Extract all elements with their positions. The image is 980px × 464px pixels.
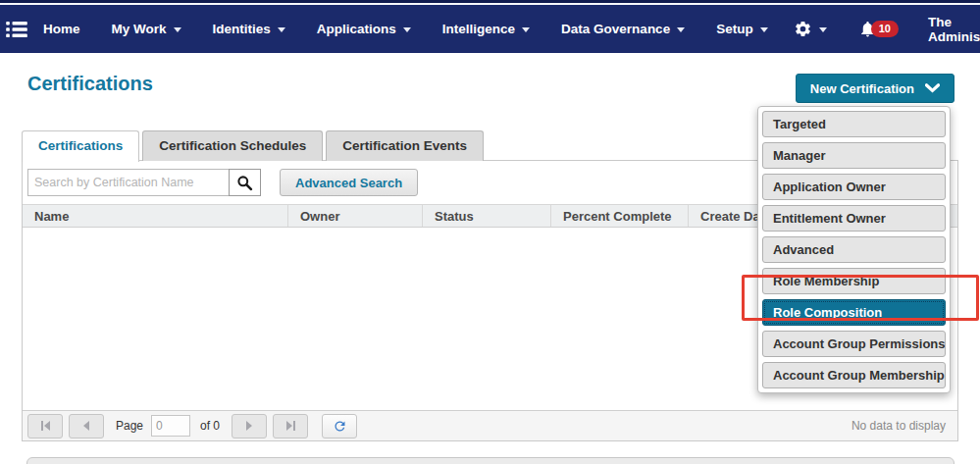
tab-certifications[interactable]: Certifications (22, 130, 139, 162)
column-header-status[interactable]: Status (422, 205, 550, 227)
column-header-name[interactable]: Name (23, 205, 287, 227)
refresh-icon (333, 419, 347, 434)
tab-certification-events[interactable]: Certification Events (326, 130, 484, 161)
menu-item-account-group-permissions[interactable]: Account Group Permissions (762, 331, 946, 357)
advanced-search-button[interactable]: Advanced Search (280, 169, 418, 196)
search-icon (236, 175, 253, 191)
menu-item-application-owner[interactable]: Application Owner (762, 174, 946, 200)
menu-item-entitlement-owner[interactable]: Entitlement Owner (762, 205, 946, 232)
nav-item-home[interactable]: Home (27, 5, 96, 53)
caret-down-icon (677, 27, 685, 32)
menu-list-icon[interactable] (6, 15, 27, 44)
next-page-icon (246, 421, 252, 431)
previous-page-button[interactable] (69, 414, 104, 438)
caret-down-icon (403, 27, 411, 32)
gear-icon (794, 20, 812, 38)
first-page-icon (41, 421, 43, 431)
nav-item-data-governance[interactable]: Data Governance (545, 5, 700, 53)
nav-item-identities[interactable]: Identities (197, 5, 301, 53)
certifications-page: Home My Work Identities Applications Int… (0, 0, 980, 464)
nav-item-applications[interactable]: Applications (301, 5, 427, 53)
nav-item-label: Identities (213, 22, 271, 36)
menu-item-role-composition[interactable]: Role Composition (762, 299, 946, 326)
nav-item-intelligence[interactable]: Intelligence (427, 5, 545, 53)
nav-item-my-work[interactable]: My Work (96, 5, 197, 53)
caret-down-icon (278, 27, 285, 32)
tab-bar: Certifications Certification Schedules C… (22, 130, 487, 162)
tab-label: Certification Events (342, 138, 467, 153)
page-title: Certifications (27, 73, 153, 95)
nav-item-label: Intelligence (442, 22, 515, 36)
column-header-owner[interactable]: Owner (287, 205, 422, 227)
nav-item-label: My Work (112, 22, 167, 36)
first-page-button[interactable] (27, 414, 63, 438)
tab-label: Certification Schedules (159, 138, 306, 153)
previous-page-icon (83, 421, 89, 431)
last-page-button[interactable] (273, 414, 308, 438)
menu-item-advanced[interactable]: Advanced (762, 236, 946, 263)
menu-item-manager[interactable]: Manager (762, 142, 946, 169)
column-header-percent-complete[interactable]: Percent Complete (550, 205, 688, 227)
menu-item-account-group-membership[interactable]: Account Group Membership (762, 362, 946, 388)
caret-down-icon (522, 27, 530, 32)
caret-down-icon (174, 27, 181, 32)
pagination-toolbar: Page of 0 No data to display (23, 410, 957, 440)
page-of-label: of 0 (200, 419, 220, 433)
tab-certification-schedules[interactable]: Certification Schedules (142, 130, 323, 161)
top-navbar: Home My Work Identities Applications Int… (0, 5, 980, 53)
refresh-button[interactable] (322, 414, 357, 438)
new-certification-dropdown: Targeted Manager Application Owner Entit… (757, 106, 951, 393)
nav-item-setup[interactable]: Setup (700, 5, 784, 53)
navbar-right-group: 10 The Administrator (784, 5, 980, 53)
user-menu-button[interactable]: The Administrator (914, 5, 980, 53)
nav-item-label: Setup (716, 22, 753, 36)
settings-menu-button[interactable] (784, 5, 837, 53)
nav-item-label: Applications (317, 22, 396, 36)
new-certification-button[interactable]: New Certification (796, 74, 954, 103)
menu-item-targeted[interactable]: Targeted (762, 111, 946, 137)
menu-item-role-membership[interactable]: Role Membership (762, 268, 946, 294)
search-button[interactable] (229, 169, 261, 196)
no-data-status: No data to display (851, 419, 946, 433)
notifications-button[interactable]: 10 (858, 20, 899, 38)
next-page-button[interactable] (232, 414, 267, 438)
notification-count-badge: 10 (871, 21, 899, 37)
page-label: Page (116, 419, 143, 433)
nav-item-label: Home (43, 22, 80, 36)
last-page-icon (286, 421, 292, 431)
caret-down-icon (760, 27, 768, 32)
tab-label: Certifications (38, 138, 123, 153)
page-number-input[interactable] (151, 415, 190, 437)
footer-section-bar (26, 457, 954, 464)
chevron-down-icon (925, 83, 940, 93)
search-input[interactable] (27, 169, 229, 196)
new-certification-label: New Certification (810, 81, 914, 96)
user-menu-label: The Administrator (928, 15, 980, 44)
nav-item-label: Data Governance (561, 22, 670, 36)
caret-down-icon (819, 27, 827, 32)
